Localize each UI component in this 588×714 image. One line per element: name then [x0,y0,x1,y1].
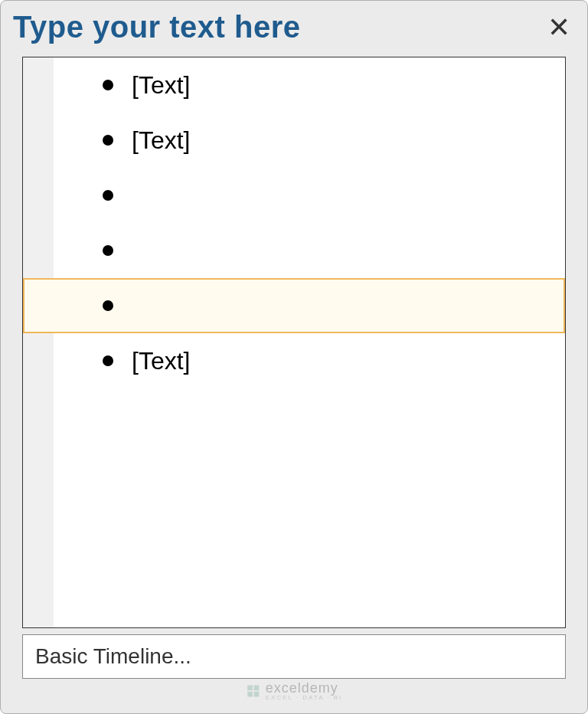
list-item[interactable]: [Text] [23,113,565,168]
list-item[interactable] [23,168,565,223]
watermark-sub: EXCEL · DATA · BI [266,695,343,701]
footer-text: Basic Timeline... [35,644,191,668]
watermark-main: exceldemy [266,681,343,695]
smartart-type-label[interactable]: Basic Timeline... [22,634,566,679]
watermark: exceldemy EXCEL · DATA · BI [246,681,343,701]
bullet-icon [103,80,113,90]
smartart-text-panel: Type your text here ✕ [Text] [Text] [0,0,588,714]
list-item-selected[interactable] [23,278,565,333]
watermark-text: exceldemy EXCEL · DATA · BI [266,681,343,701]
list-item-text[interactable]: [Text] [132,126,190,155]
bullet-icon [103,135,113,146]
bullet-icon [103,300,113,311]
bullet-icon [103,355,113,366]
panel-title: Type your text here [13,10,301,44]
list-item[interactable]: [Text] [23,57,565,113]
bullet-list: [Text] [Text] [Text] [23,57,565,388]
list-item[interactable]: [Text] [23,333,565,388]
bullet-icon [103,190,113,201]
panel-header: Type your text here ✕ [1,1,587,51]
list-item-text[interactable]: [Text] [132,71,190,100]
list-item-text[interactable]: [Text] [132,347,190,375]
bullet-icon [103,245,113,256]
list-item[interactable] [23,223,565,278]
close-icon[interactable]: ✕ [547,14,570,41]
text-entry-box[interactable]: [Text] [Text] [Text] [22,57,566,628]
watermark-logo-icon [246,683,261,699]
